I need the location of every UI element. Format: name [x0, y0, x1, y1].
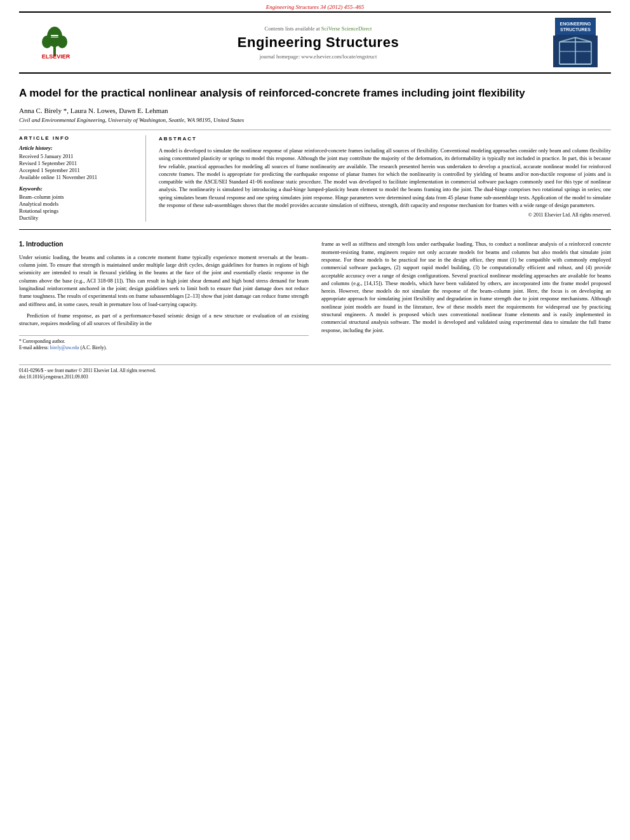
history-received: Received 5 January 2011 — [19, 153, 138, 159]
abstract-panel: ABSTRACT A model is developed to simulat… — [159, 135, 611, 222]
abstract-title: ABSTRACT — [159, 135, 611, 143]
elsevier-logo: ELSEVIER — [29, 23, 86, 62]
body-columns: 1. Introduction Under seismic loading, t… — [19, 240, 611, 352]
body-column-2: frame as well as stiffness and strength … — [321, 240, 611, 352]
journal-reference-bar: Engineering Structures 34 (2012) 455–465 — [0, 0, 630, 11]
paper-title: A model for the practical nonlinear anal… — [19, 86, 611, 100]
journal-homepage: journal homepage: www.elsevier.com/locat… — [86, 53, 550, 60]
authors-line: Anna C. Birely *, Laura N. Lowes, Dawn E… — [19, 107, 611, 114]
authors-text: Anna C. Birely *, Laura N. Lowes, Dawn E… — [19, 107, 168, 114]
footnote-email-suffix: (A.C. Birely). — [80, 345, 107, 350]
sciverse-link[interactable]: SciVerse ScienceDirect — [321, 25, 372, 32]
svg-point-3 — [57, 36, 67, 48]
footer-doi: doi:10.1016/j.engstruct.2011.09.003 — [19, 374, 611, 380]
article-info-title: ARTICLE INFO — [19, 135, 138, 141]
journal-header: ELSEVIER Contents lists available at Sci… — [19, 11, 611, 74]
eng-struct-logo-image — [553, 36, 598, 67]
history-accepted: Accepted 1 September 2011 — [19, 167, 138, 173]
body-col1-para2: Prediction of frame response, as part of… — [19, 312, 309, 328]
eng-struct-logo-text: ENGINEERINGSTRUCTURES — [555, 18, 595, 36]
footnote-corresponding: * Corresponding author. — [19, 338, 309, 345]
page-footer: 0141-0296/$ - see front matter © 2011 El… — [19, 364, 611, 380]
svg-point-2 — [42, 36, 52, 48]
info-abstract-row: ARTICLE INFO Article history: Received 5… — [19, 135, 611, 222]
sciverse-line: Contents lists available at SciVerse Sci… — [86, 25, 550, 32]
svg-rect-5 — [51, 35, 58, 36]
main-content: A model for the practical nonlinear anal… — [19, 74, 611, 359]
svg-text:ELSEVIER: ELSEVIER — [42, 53, 70, 60]
history-revised: Revised 1 September 2011 — [19, 160, 138, 166]
affiliation-text: Civil and Environmental Engineering, Uni… — [19, 117, 611, 123]
body-column-1: 1. Introduction Under seismic loading, t… — [19, 240, 309, 352]
journal-reference-text: Engineering Structures 34 (2012) 455–465 — [266, 4, 365, 10]
footer-license: 0141-0296/$ - see front matter © 2011 El… — [19, 368, 611, 373]
article-info-panel: ARTICLE INFO Article history: Received 5… — [19, 135, 146, 222]
section1-heading: 1. Introduction — [19, 240, 309, 250]
keywords-label: Keywords: — [19, 185, 138, 192]
journal-title: Engineering Structures — [86, 34, 550, 51]
journal-center: Contents lists available at SciVerse Sci… — [86, 25, 550, 60]
keyword-2: Analytical models — [19, 201, 138, 207]
body-col1-para1: Under seismic loading, the beams and col… — [19, 253, 309, 308]
footnote-email-line: E-mail address: birely@uw.edu (A.C. Bire… — [19, 345, 309, 352]
keyword-3: Rotational springs — [19, 208, 138, 214]
footnote-email-label: E-mail address: — [19, 345, 49, 350]
keyword-1: Beam–column joints — [19, 194, 138, 200]
article-history-label: Article history: — [19, 145, 138, 151]
header-divider — [19, 130, 611, 130]
keyword-4: Ductility — [19, 215, 138, 221]
body-col2-para1: frame as well as stiffness and strength … — [321, 240, 611, 334]
abstract-copyright: © 2011 Elsevier Ltd. All rights reserved… — [159, 211, 611, 219]
svg-rect-6 — [51, 37, 58, 37]
footnote-email[interactable]: birely@uw.edu — [50, 345, 79, 350]
abstract-text: A model is developed to simulate the non… — [159, 147, 611, 210]
footnote-area: * Corresponding author. E-mail address: … — [19, 335, 309, 352]
body-top-divider — [19, 229, 611, 230]
eng-struct-logo: ENGINEERINGSTRUCTURES — [550, 18, 601, 67]
history-online: Available online 11 November 2011 — [19, 174, 138, 180]
svg-point-4 — [52, 30, 57, 35]
